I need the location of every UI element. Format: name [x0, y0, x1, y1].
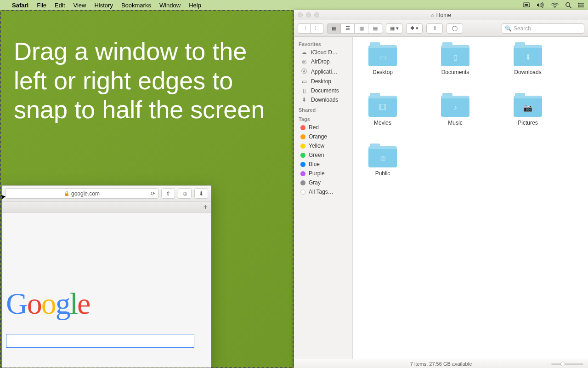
- sidebar-tag-blue[interactable]: Blue: [294, 160, 352, 169]
- svg-point-8: [578, 3, 579, 4]
- share-button[interactable]: ⇧: [426, 23, 443, 34]
- chevron-right-icon: 〉: [314, 25, 319, 32]
- notification-center-icon[interactable]: [578, 2, 584, 8]
- sidebar-tag-gray[interactable]: Gray: [294, 178, 352, 187]
- menu-file[interactable]: File: [37, 2, 46, 9]
- view-icon-button[interactable]: ▦: [327, 23, 341, 34]
- tag-dot-icon: [300, 125, 305, 130]
- tag-dot-icon: [300, 144, 305, 149]
- tags-button[interactable]: ◯: [447, 23, 463, 34]
- sidebar-head-shared: Shared: [294, 104, 352, 114]
- share-button[interactable]: ⇧: [161, 188, 175, 199]
- url-text: google.com: [71, 190, 100, 197]
- search-placeholder: Search: [514, 25, 531, 32]
- status-text: 7 items, 27.56 GB available: [410, 361, 472, 367]
- wifi-icon[interactable]: [551, 2, 559, 8]
- folder-music[interactable]: ♪Music: [435, 96, 476, 126]
- back-button[interactable]: 〈: [298, 23, 311, 34]
- address-bar[interactable]: 🔒 google.com ⟳: [5, 188, 158, 199]
- svg-line-4: [570, 6, 571, 8]
- forward-button[interactable]: 〉: [311, 23, 323, 34]
- window-title: Home: [436, 12, 451, 18]
- icon-size-slider[interactable]: [551, 361, 583, 367]
- search-icon: 🔍: [505, 25, 512, 32]
- close-button[interactable]: [298, 12, 303, 17]
- view-mode-buttons: ▦ ☰ ▥ ▤: [327, 23, 382, 34]
- columns-icon: ▥: [359, 25, 364, 31]
- svg-point-10: [578, 6, 579, 7]
- folder-pictures[interactable]: 📷Pictures: [507, 96, 548, 126]
- sidebar-item-documents[interactable]: ▯Documents: [294, 86, 352, 95]
- sidebar-item-applications[interactable]: ⒶApplicati…: [294, 66, 352, 77]
- folder-icon: ▭: [368, 45, 397, 66]
- traffic-lights[interactable]: [298, 12, 319, 17]
- nav-buttons: 〈 〉: [298, 23, 323, 34]
- tag-dot-icon: [300, 180, 305, 185]
- sidebar-head-tags: Tags: [294, 114, 352, 123]
- sidebar-tag-purple[interactable]: Purple: [294, 169, 352, 178]
- svg-point-9: [578, 5, 579, 6]
- folder-downloads[interactable]: ⬇Downloads: [507, 45, 548, 75]
- folder-desktop[interactable]: ▭Desktop: [362, 45, 403, 75]
- menu-edit[interactable]: Edit: [55, 2, 65, 9]
- screen-share-icon[interactable]: [523, 2, 530, 8]
- lock-icon: 🔒: [64, 191, 69, 196]
- sidebar-tag-red[interactable]: Red: [294, 123, 352, 132]
- tab-bar: +: [2, 201, 211, 213]
- menu-window[interactable]: Window: [159, 2, 181, 9]
- finder-titlebar[interactable]: ⌂ Home: [294, 10, 588, 20]
- finder-search-field[interactable]: 🔍 Search: [502, 23, 584, 34]
- app-icon: Ⓐ: [300, 68, 308, 75]
- folder-movies[interactable]: 🎞Movies: [362, 96, 403, 126]
- tag-dot-icon: [300, 162, 305, 167]
- menu-help[interactable]: Help: [189, 2, 201, 9]
- svg-point-2: [554, 7, 555, 8]
- app-menu[interactable]: Safari: [12, 2, 28, 9]
- downloads-button[interactable]: ⬇: [194, 188, 208, 199]
- status-icons: [523, 2, 584, 8]
- tabs-button[interactable]: ⧉: [178, 188, 192, 199]
- google-search-input[interactable]: [6, 334, 194, 348]
- folder-grid: ▭Desktop ▯Documents ⬇Downloads 🎞Movies ♪…: [353, 37, 588, 359]
- menu-view[interactable]: View: [74, 2, 86, 9]
- folder-icon: ⬇: [514, 45, 542, 66]
- snap-instruction-text: Drag a window to the left or right edges…: [14, 37, 285, 125]
- download-icon: ⬇: [300, 97, 308, 103]
- home-icon: ⌂: [431, 12, 434, 18]
- sidebar-tag-orange[interactable]: Orange: [294, 132, 352, 141]
- arrange-button[interactable]: ▦▾: [386, 23, 402, 34]
- action-button[interactable]: ✱▾: [406, 23, 423, 34]
- tabs-icon: ⧉: [183, 190, 187, 197]
- view-column-button[interactable]: ▥: [355, 23, 368, 34]
- google-logo: Google: [6, 286, 90, 321]
- spotlight-icon[interactable]: [565, 2, 571, 8]
- share-icon: ⇧: [433, 25, 437, 31]
- view-list-button[interactable]: ☰: [341, 23, 355, 34]
- gear-icon: ✱: [410, 25, 414, 31]
- sidebar-tag-green[interactable]: Green: [294, 150, 352, 160]
- zoom-button[interactable]: [314, 12, 319, 17]
- sidebar-item-icloud[interactable]: ☁iCloud D…: [294, 48, 352, 57]
- menu-history[interactable]: History: [94, 2, 113, 9]
- arrange-icon: ▦: [390, 25, 395, 31]
- chevron-down-icon: ▾: [396, 25, 399, 31]
- tag-dot-icon: [300, 134, 305, 139]
- menu-bookmarks[interactable]: Bookmarks: [121, 2, 151, 9]
- sidebar-item-airdrop[interactable]: ◎AirDrop: [294, 57, 352, 66]
- new-tab-button[interactable]: +: [200, 201, 211, 212]
- tag-icon: ◯: [452, 25, 458, 31]
- airdrop-icon: ◎: [300, 58, 308, 65]
- sidebar-tag-yellow[interactable]: Yellow: [294, 141, 352, 150]
- sidebar-item-downloads[interactable]: ⬇Downloads: [294, 95, 352, 104]
- sidebar-all-tags[interactable]: All Tags…: [294, 187, 352, 196]
- tag-dot-icon: [300, 171, 305, 176]
- folder-documents[interactable]: ▯Documents: [435, 45, 476, 75]
- folder-public[interactable]: ⊘Public: [362, 146, 403, 177]
- safari-window[interactable]: 🔒 google.com ⟳ ⇧ ⧉ ⬇ + Google: [2, 185, 211, 368]
- view-coverflow-button[interactable]: ▤: [368, 23, 382, 34]
- minimize-button[interactable]: [306, 12, 311, 17]
- sidebar-item-desktop[interactable]: ▭Desktop: [294, 77, 352, 86]
- doc-icon: ▯: [300, 87, 308, 94]
- reload-icon[interactable]: ⟳: [151, 190, 155, 197]
- volume-icon[interactable]: [537, 2, 545, 8]
